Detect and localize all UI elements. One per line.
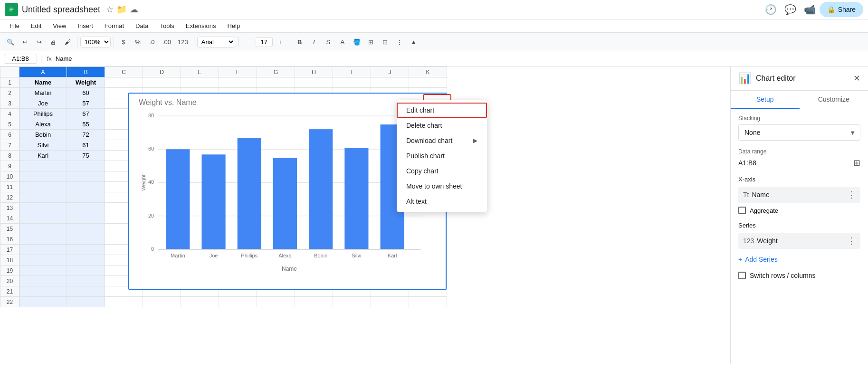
meet-icon[interactable]: 📹 (804, 4, 816, 15)
cell-13-b[interactable] (67, 203, 105, 213)
merge-btn[interactable]: ⊡ (379, 37, 392, 47)
font-family-select[interactable]: Arial (197, 37, 235, 47)
font-size-input[interactable] (256, 37, 273, 47)
col-header-d[interactable]: D (143, 67, 181, 77)
bold-btn[interactable]: B (293, 37, 306, 47)
cell-16-b[interactable] (67, 234, 105, 245)
col-header-g[interactable]: G (257, 67, 295, 77)
cell-7-b[interactable]: 61 (67, 140, 105, 151)
cell-1-g[interactable] (257, 77, 295, 88)
cell-22-j[interactable] (371, 297, 409, 307)
decrease-decimal-btn[interactable]: .0 (145, 37, 159, 47)
cell-10-a[interactable] (19, 171, 67, 182)
cell-1-c[interactable] (105, 77, 143, 88)
cell-4-a[interactable]: Phillips (19, 109, 67, 119)
context-menu-edit-chart[interactable]: Edit chart (397, 103, 487, 118)
currency-btn[interactable]: $ (117, 37, 130, 47)
cell-1-h[interactable] (295, 77, 333, 88)
cell-22-c[interactable] (105, 297, 143, 307)
cell-20-b[interactable] (67, 276, 105, 286)
cell-20-a[interactable] (19, 276, 67, 286)
series-options-icon[interactable]: ⋮ (847, 236, 856, 246)
col-header-b[interactable]: B (67, 67, 105, 77)
cell-22-d[interactable] (143, 297, 181, 307)
font-increase-btn[interactable]: + (274, 37, 287, 47)
cell-19-b[interactable] (67, 266, 105, 276)
cell-22-k[interactable] (409, 297, 447, 307)
tab-setup[interactable]: Setup (731, 91, 800, 109)
menu-help[interactable]: Help (222, 20, 245, 31)
comments-icon[interactable]: 💬 (784, 4, 796, 15)
cell-11-b[interactable] (67, 182, 105, 192)
cell-21-b[interactable] (67, 286, 105, 297)
close-editor-icon[interactable]: ✕ (853, 73, 860, 84)
context-menu-move-sheet[interactable]: Move to own sheet (397, 179, 487, 194)
cell-15-a[interactable] (19, 224, 67, 234)
cell-14-b[interactable] (67, 213, 105, 224)
cell-6-b[interactable]: 72 (67, 130, 105, 140)
cell-2-b[interactable]: 60 (67, 88, 105, 98)
add-series-button[interactable]: + Add Series (738, 253, 860, 266)
menu-extensions[interactable]: Extensions (181, 20, 221, 31)
cell-22-a[interactable] (19, 297, 67, 307)
col-header-i[interactable]: I (333, 67, 371, 77)
cloud-icon[interactable]: ☁ (130, 4, 138, 15)
cell-8-a[interactable]: Karl (19, 151, 67, 161)
col-header-e[interactable]: E (181, 67, 219, 77)
paint-format-btn[interactable]: 🖌 (61, 37, 74, 47)
cell-1-j[interactable] (371, 77, 409, 88)
data-range-grid-icon[interactable]: ⊞ (853, 158, 860, 168)
x-axis-options-icon[interactable]: ⋮ (847, 190, 856, 200)
cell-10-b[interactable] (67, 171, 105, 182)
cell-1-d[interactable] (143, 77, 181, 88)
cell-1-k[interactable] (409, 77, 447, 88)
cell-13-a[interactable] (19, 203, 67, 213)
col-header-f[interactable]: F (219, 67, 257, 77)
star-icon[interactable]: ☆ (106, 4, 114, 15)
menu-data[interactable]: Data (131, 20, 153, 31)
cell-18-a[interactable] (19, 255, 67, 266)
redo-btn[interactable]: ↪ (32, 37, 46, 47)
italic-btn[interactable]: I (307, 37, 321, 47)
cell-19-a[interactable] (19, 266, 67, 276)
col-header-c[interactable]: C (105, 67, 143, 77)
share-button[interactable]: 🔒 Share (820, 2, 863, 17)
borders-btn[interactable]: ⊞ (364, 37, 378, 47)
cell-9-a[interactable] (19, 161, 67, 171)
strikethrough-btn[interactable]: S (322, 37, 335, 47)
cell-3-b[interactable]: 57 (67, 98, 105, 109)
cell-17-b[interactable] (67, 245, 105, 255)
aggregate-checkbox[interactable] (738, 207, 746, 214)
increase-decimal-btn[interactable]: .00 (160, 37, 174, 47)
cell-22-e[interactable] (181, 297, 219, 307)
cell-12-b[interactable] (67, 192, 105, 203)
cell-12-a[interactable] (19, 192, 67, 203)
menu-view[interactable]: View (48, 20, 71, 31)
cell-1-f[interactable] (219, 77, 257, 88)
tab-customize[interactable]: Customize (800, 91, 868, 109)
cell-9-b[interactable] (67, 161, 105, 171)
print-btn[interactable]: 🖨 (47, 37, 60, 47)
percent-btn[interactable]: % (131, 37, 144, 47)
cell-18-b[interactable] (67, 255, 105, 266)
fill-color-btn[interactable]: 🪣 (350, 37, 363, 47)
cell-21-a[interactable] (19, 286, 67, 297)
cell-22-i[interactable] (333, 297, 371, 307)
cell-6-a[interactable]: Bobin (19, 130, 67, 140)
switch-rows-cols-checkbox[interactable] (738, 272, 746, 279)
col-header-h[interactable]: H (295, 67, 333, 77)
cell-4-b[interactable]: 67 (67, 109, 105, 119)
undo-btn[interactable]: ↩ (18, 37, 31, 47)
folder-icon[interactable]: 📁 (116, 4, 127, 15)
cell-2-a[interactable]: Martin (19, 88, 67, 98)
menu-format[interactable]: Format (100, 20, 129, 31)
history-icon[interactable]: 🕐 (765, 4, 777, 15)
col-header-j[interactable]: J (371, 67, 409, 77)
context-menu-download-chart[interactable]: Download chart ▶ (397, 133, 487, 148)
cell-17-a[interactable] (19, 245, 67, 255)
cell-ref-input[interactable] (4, 54, 37, 64)
menu-edit[interactable]: Edit (26, 20, 46, 31)
context-menu-copy-chart[interactable]: Copy chart (397, 163, 487, 179)
context-menu-publish-chart[interactable]: Publish chart (397, 148, 487, 163)
cell-5-b[interactable]: 55 (67, 119, 105, 130)
